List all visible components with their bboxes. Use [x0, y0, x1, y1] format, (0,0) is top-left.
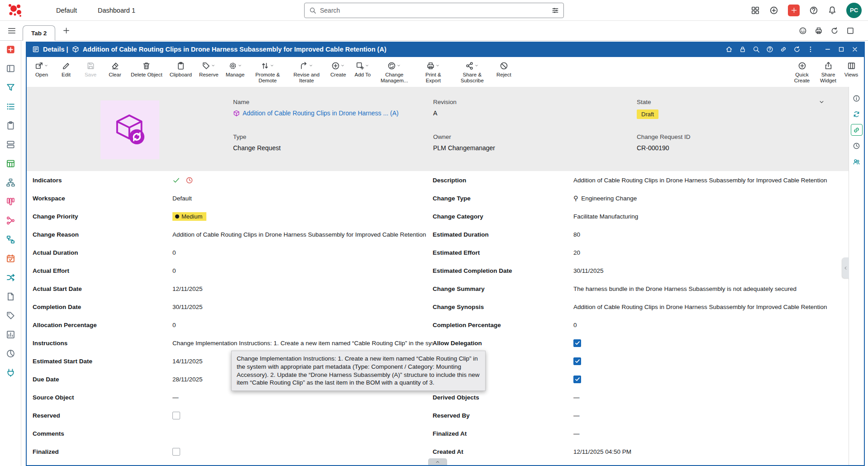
toolbar-clipboard[interactable]: Clipboard — [166, 58, 196, 86]
toolbar-revise-and-iterate[interactable]: Revise and Iterate — [287, 58, 326, 86]
toolbar-reject[interactable]: Reject — [491, 58, 516, 86]
summary-value-owner: PLM Changemanager — [433, 144, 637, 152]
expand-panel-handle[interactable] — [842, 257, 849, 278]
apps-grid-icon[interactable] — [751, 6, 760, 15]
create-new-button[interactable] — [788, 5, 800, 16]
feedback-icon[interactable] — [799, 27, 807, 35]
rail-cards[interactable] — [4, 138, 17, 151]
summary-label: Change Request ID — [637, 133, 817, 140]
rail-tag[interactable] — [4, 309, 17, 322]
rail-document[interactable] — [4, 290, 17, 303]
global-search-input[interactable]: Search — [304, 3, 564, 18]
search-filters-icon[interactable] — [552, 7, 559, 14]
rail-progress[interactable] — [4, 347, 17, 360]
topbar-actions: PC — [751, 3, 862, 18]
toolbar-print-export[interactable]: Print & Export — [414, 58, 453, 86]
rail-relationships[interactable] — [4, 214, 17, 227]
field-label-allocation-percentage: Allocation Percentage — [33, 322, 172, 328]
state-badge: Draft — [637, 109, 658, 119]
more-options-icon[interactable] — [807, 46, 814, 53]
summary-field-type: TypeChange Request — [233, 133, 433, 152]
scroll-top-button[interactable] — [428, 458, 447, 465]
field-value-derived-objects: — — [573, 394, 849, 401]
toolbar-promote-demote[interactable]: Promote & Demote — [248, 58, 287, 86]
rail-filter[interactable] — [4, 81, 17, 94]
checkbox-allow-delegation[interactable] — [573, 339, 581, 347]
rail-layout[interactable] — [4, 62, 17, 75]
panel-sync[interactable] — [851, 108, 863, 120]
table-icon — [6, 159, 15, 168]
panel-info[interactable] — [851, 92, 863, 104]
panel-team[interactable] — [851, 156, 863, 167]
rail-chart[interactable] — [4, 328, 17, 341]
checkbox-reserved[interactable] — [172, 412, 180, 419]
minimize-icon[interactable] — [824, 46, 831, 53]
notifications-icon[interactable] — [828, 6, 837, 15]
toolbar-change-managem[interactable]: Change Managem... — [375, 58, 414, 86]
changemgmt-icon — [387, 62, 396, 70]
search-placeholder: Search — [320, 7, 548, 14]
rail-list[interactable] — [4, 100, 17, 113]
toolbar-reserve[interactable]: Reserve — [196, 58, 222, 86]
field-label-source-object: Source Object — [33, 394, 172, 401]
toolbar-create[interactable]: Create — [326, 58, 350, 86]
refresh-icon[interactable] — [830, 27, 839, 35]
fullscreen-icon[interactable] — [846, 27, 854, 35]
toolbar-quick-create[interactable]: Quick Create — [789, 58, 815, 86]
rail-table[interactable] — [4, 157, 17, 170]
rail-kanban[interactable] — [4, 195, 17, 208]
chevron-down-icon — [270, 63, 274, 68]
toolbar-open[interactable]: Open — [29, 58, 54, 86]
rail-plugin[interactable] — [4, 366, 17, 379]
collapse-summary-icon[interactable] — [818, 99, 825, 105]
dashboard-content: Details | Addition of Cable Routing Clip… — [21, 41, 868, 466]
toolbar-delete-object[interactable]: Delete Object — [127, 58, 166, 86]
summary-fields: NameAddition of Cable Routing Clips in D… — [233, 99, 817, 152]
help-icon[interactable] — [809, 6, 818, 15]
tab-2[interactable]: Tab 2 — [23, 25, 55, 41]
summary-field-state: StateDraft — [637, 99, 817, 119]
app-logo-icon[interactable] — [6, 1, 27, 19]
toolbar-clear[interactable]: Clear — [103, 58, 127, 86]
toolbar-manage[interactable]: Manage — [222, 58, 248, 86]
rail-shuffle[interactable] — [4, 271, 17, 284]
rail-calendar[interactable] — [4, 252, 17, 265]
rail-add-widget[interactable] — [4, 43, 17, 56]
checkbox-finalized[interactable] — [172, 448, 180, 456]
add-circle-icon[interactable] — [769, 6, 778, 15]
toolbar-edit[interactable]: Edit — [54, 58, 78, 86]
hamburger-menu-icon[interactable] — [7, 26, 16, 35]
chevron-up-icon — [435, 459, 440, 465]
home-icon[interactable] — [725, 46, 733, 53]
clipboard-icon — [176, 62, 185, 70]
add-tab-icon[interactable] — [62, 27, 70, 34]
rail-hierarchy[interactable] — [4, 176, 17, 189]
instructions-tooltip: Change Implementation Instructions: 1. C… — [231, 351, 486, 391]
toolbar-share-subscribe[interactable]: Share & Subscribe — [453, 58, 491, 86]
toolbar-add-to[interactable]: Add To — [350, 58, 375, 86]
panel-history[interactable] — [851, 140, 863, 152]
checkbox-field[interactable] — [573, 376, 581, 383]
rail-flow[interactable] — [4, 233, 17, 246]
menu-item-dashboard-1[interactable]: Dashboard 1 — [98, 7, 135, 14]
menu-item-default[interactable]: Default — [56, 7, 77, 14]
plus-circle-icon — [798, 62, 806, 70]
titlebar-refresh-icon[interactable] — [793, 46, 801, 53]
checkbox-field[interactable] — [573, 357, 581, 365]
toolbar-share-widget[interactable]: Share Widget — [815, 58, 841, 86]
name-link[interactable]: Addition of Cable Routing Clips in Drone… — [243, 109, 399, 117]
titlebar-help-icon[interactable] — [766, 46, 773, 53]
print-icon[interactable] — [815, 27, 823, 35]
window-titlebar: Details | Addition of Cable Routing Clip… — [27, 42, 864, 57]
left-icon-rail — [0, 41, 21, 466]
close-icon[interactable] — [851, 46, 858, 53]
lock-icon[interactable] — [739, 46, 746, 53]
panel-link-panel[interactable] — [851, 124, 863, 136]
maximize-icon[interactable] — [838, 46, 845, 53]
rail-clipboard[interactable] — [4, 119, 17, 132]
copy-link-icon[interactable] — [780, 46, 787, 53]
user-avatar[interactable]: PC — [846, 3, 862, 18]
titlebar-search-icon[interactable] — [753, 46, 760, 53]
toolbar-views[interactable]: Views — [841, 58, 861, 86]
toolbar-save[interactable]: Save — [78, 58, 103, 86]
